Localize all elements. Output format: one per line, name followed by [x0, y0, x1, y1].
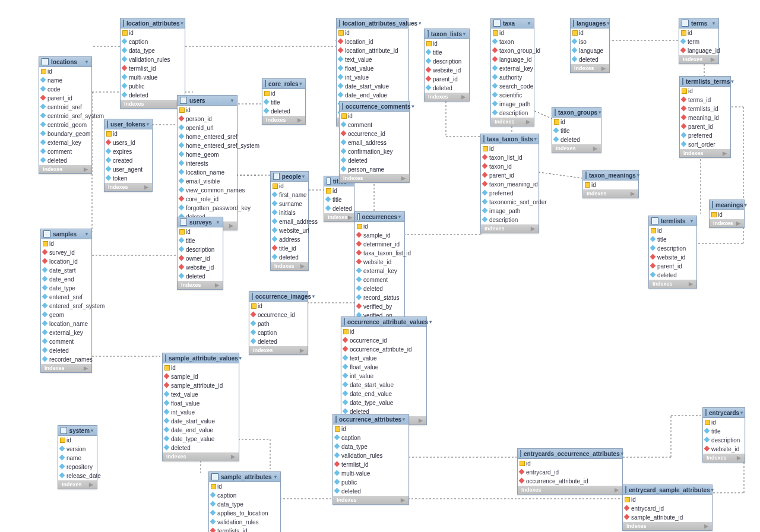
collapse-icon[interactable]: ▼	[397, 214, 402, 220]
column[interactable]: home_geom	[178, 150, 237, 159]
column[interactable]: user_agent	[104, 165, 152, 174]
column[interactable]: image_path	[491, 100, 534, 109]
column[interactable]: core_role_id	[178, 195, 237, 204]
table-taxon_groups[interactable]: taxon_groups▼idtitledeletedIndexes▶	[552, 107, 601, 153]
indexes-section[interactable]: Indexes▶	[333, 496, 408, 504]
column[interactable]: id	[552, 118, 601, 126]
column[interactable]: text_value	[337, 55, 408, 64]
column[interactable]: comment	[41, 337, 91, 346]
table-header[interactable]: taxa▼	[491, 18, 534, 28]
column[interactable]: float_value	[163, 399, 239, 408]
table-taxa_taxon_lists[interactable]: taxa_taxon_lists▼idtaxon_list_idtaxon_id…	[480, 134, 539, 233]
column[interactable]: id	[710, 210, 744, 219]
column[interactable]: data_type	[333, 442, 408, 451]
expand-icon[interactable]: ▶	[144, 184, 148, 190]
expand-icon[interactable]: ▶	[84, 166, 88, 172]
column[interactable]: sample_attribute_id	[623, 513, 712, 522]
column[interactable]: first_name	[271, 191, 308, 200]
table-locations[interactable]: locations▼idnamecodeparent_idcentroid_sr…	[39, 56, 92, 174]
column[interactable]: parent_id	[481, 171, 539, 180]
column[interactable]: id	[679, 28, 718, 37]
collapse-icon[interactable]: ▼	[238, 356, 243, 361]
table-header[interactable]: user_tokens▼	[104, 119, 152, 129]
expand-icon[interactable]: ▶	[737, 455, 741, 461]
column[interactable]: deleted	[262, 107, 305, 116]
column[interactable]: deleted	[340, 156, 409, 165]
column[interactable]: id	[337, 28, 408, 37]
column[interactable]: forgotten_password_key	[178, 204, 237, 213]
column[interactable]: id	[680, 87, 730, 96]
column[interactable]: entered_sref_system	[41, 302, 91, 311]
collapse-icon[interactable]: ▼	[711, 21, 716, 26]
table-termlists_terms[interactable]: termlists_terms▼idterms_idtermlists_idme…	[679, 76, 731, 158]
collapse-icon[interactable]: ▼	[730, 79, 734, 84]
indexes-section[interactable]: Indexes▶	[39, 165, 91, 173]
table-entrycard_sample_attributes[interactable]: entrycard_sample_attributes▼identrycard_…	[622, 484, 712, 531]
table-header[interactable]: location_attributes▼	[121, 18, 185, 28]
column[interactable]: description	[703, 436, 745, 445]
column[interactable]: scientific	[491, 91, 534, 100]
indexes-section[interactable]: Indexes▶	[163, 452, 239, 461]
indexes-section[interactable]: Indexes▶	[518, 486, 622, 494]
table-terms[interactable]: terms▼idtermlanguage_idIndexes▶	[679, 18, 719, 64]
table-header[interactable]: samples▼	[41, 229, 91, 239]
column[interactable]: description	[425, 57, 469, 66]
expand-icon[interactable]: ▶	[736, 220, 740, 226]
column[interactable]: date_start_value	[163, 417, 239, 426]
indexes-section[interactable]: Indexes▶	[481, 224, 539, 233]
column[interactable]: comment	[39, 147, 91, 156]
column[interactable]: person_name	[340, 165, 409, 174]
column[interactable]: title	[178, 236, 223, 245]
collapse-icon[interactable]: ▼	[299, 81, 303, 87]
column[interactable]: website_id	[178, 263, 223, 272]
column[interactable]: id	[324, 186, 354, 195]
column[interactable]: id	[209, 482, 280, 491]
column[interactable]: taxon_meaning_id	[481, 180, 539, 189]
column[interactable]: verified_by	[355, 302, 404, 311]
indexes-section[interactable]: Indexes▶	[425, 93, 469, 101]
column[interactable]: id	[58, 436, 97, 445]
table-user_tokens[interactable]: user_tokens▼idusers_idexpirescreateduser…	[104, 119, 153, 192]
column[interactable]: occurrence_attribute_id	[341, 345, 426, 354]
column[interactable]: users_id	[104, 138, 152, 147]
column[interactable]: view_common_names	[178, 186, 237, 195]
column[interactable]: website_id	[703, 445, 745, 454]
column[interactable]: token	[104, 174, 152, 183]
table-surveys[interactable]: surveys▼idtitledescriptionowner_idwebsit…	[177, 217, 223, 290]
indexes-section[interactable]: Indexes▶	[271, 262, 308, 270]
expand-icon[interactable]: ▶	[300, 263, 305, 269]
column[interactable]: centroid_sref_system	[39, 112, 91, 121]
column[interactable]: id	[39, 67, 91, 76]
column[interactable]: id	[333, 425, 408, 433]
column[interactable]: float_value	[337, 64, 408, 73]
column[interactable]: applies_to_location	[209, 509, 280, 518]
column[interactable]: multi-value	[333, 469, 408, 478]
column[interactable]: deleted	[552, 135, 601, 144]
collapse-icon[interactable]: ▼	[145, 122, 150, 127]
collapse-icon[interactable]: ▼	[84, 232, 89, 237]
table-core_roles[interactable]: core_roles▼idtitledeletedIndexes▶	[262, 78, 306, 125]
column[interactable]: id	[178, 227, 223, 236]
column[interactable]: search_code	[491, 82, 534, 91]
column[interactable]: taxon_list_id	[481, 153, 539, 162]
column[interactable]: entrycard_id	[518, 468, 622, 477]
indexes-section[interactable]: Indexes▶	[583, 189, 638, 198]
table-header[interactable]: taxon_lists▼	[425, 29, 469, 39]
collapse-icon[interactable]: ▼	[606, 21, 610, 26]
expand-icon[interactable]: ▶	[593, 145, 597, 151]
indexes-section[interactable]: Indexes▶	[324, 213, 354, 221]
indexes-section[interactable]: Indexes▶	[680, 149, 730, 157]
table-users[interactable]: users▼idperson_idopenid_urlhome_entered_…	[177, 95, 238, 230]
column[interactable]: preferred	[481, 189, 539, 198]
indexes-section[interactable]: Indexes▶	[262, 116, 305, 124]
table-header[interactable]: languages▼	[571, 18, 609, 28]
table-header[interactable]: users▼	[178, 96, 237, 106]
expand-icon[interactable]: ▶	[711, 56, 715, 62]
table-occurrence_attributes[interactable]: occurrence_attributes▼idcaptiondata_type…	[332, 414, 409, 505]
column[interactable]: id	[425, 39, 469, 48]
column[interactable]: website_id	[355, 258, 404, 267]
column[interactable]: description	[649, 244, 696, 253]
column[interactable]: int_value	[163, 408, 239, 417]
table-header[interactable]: entrycard_sample_attributes▼	[623, 485, 712, 495]
collapse-icon[interactable]: ▼	[411, 104, 416, 109]
